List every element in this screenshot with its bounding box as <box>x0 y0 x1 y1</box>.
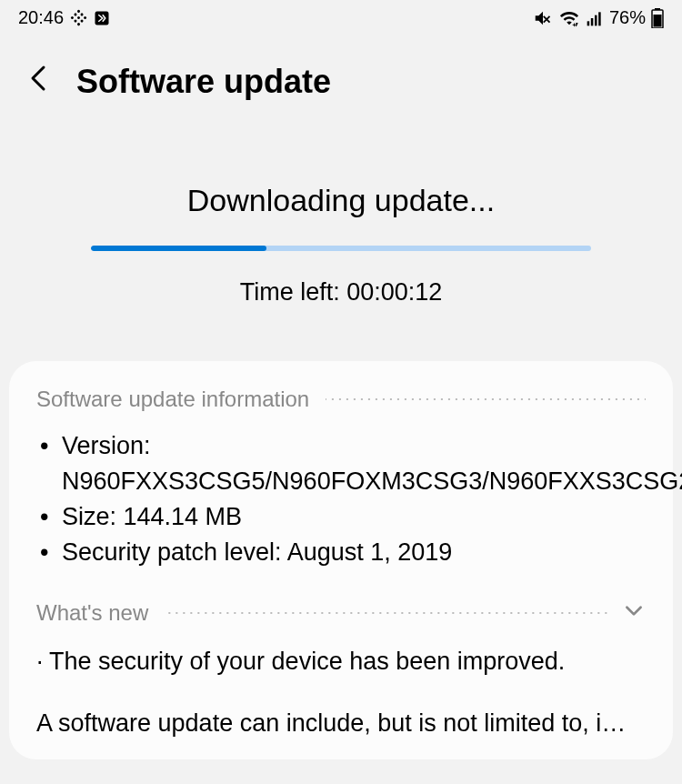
info-section-title: Software update information <box>36 387 309 412</box>
svg-rect-1 <box>587 21 590 25</box>
page-title: Software update <box>76 63 331 101</box>
status-time: 20:46 <box>18 7 64 28</box>
download-time-left: Time left: 00:00:12 <box>45 278 637 307</box>
whats-new-item: The security of your device has been imp… <box>36 644 646 679</box>
list-item: Version: N960FXXS3CSG5/N960FOXM3CSG3/N96… <box>36 428 646 499</box>
svg-rect-7 <box>654 15 662 27</box>
battery-percent: 76% <box>609 7 646 28</box>
update-info-card: Software update information Version: N96… <box>9 361 673 759</box>
list-item: Size: 144.14 MB <box>36 499 646 535</box>
mute-vibrate-icon <box>533 8 553 28</box>
status-bar-left: 20:46 <box>18 7 110 28</box>
call-forward-icon <box>94 10 110 26</box>
whats-new-header[interactable]: What's new <box>36 598 646 628</box>
divider-dots <box>165 612 611 614</box>
signal-icon <box>586 9 604 27</box>
divider-dots <box>326 398 646 400</box>
status-bar: 20:46 76% <box>0 0 682 35</box>
wifi-icon <box>558 8 580 28</box>
list-item: Security patch level: August 1, 2019 <box>36 535 646 570</box>
svg-rect-2 <box>591 18 594 25</box>
update-description: A software update can include, but is no… <box>36 707 646 741</box>
download-status-text: Downloading update... <box>45 183 637 218</box>
status-bar-right: 76% <box>533 7 664 28</box>
battery-icon <box>651 8 664 28</box>
info-section-header: Software update information <box>36 387 646 412</box>
download-section: Downloading update... Time left: 00:00:1… <box>0 119 682 361</box>
app-header: Software update <box>0 35 682 119</box>
update-info-list: Version: N960FXXS3CSG5/N960FOXM3CSG3/N96… <box>36 428 646 571</box>
svg-rect-4 <box>598 12 601 25</box>
back-button[interactable] <box>27 63 49 101</box>
chevron-down-icon <box>622 598 646 628</box>
whats-new-title: What's new <box>36 600 148 626</box>
download-progress-fill <box>91 246 266 251</box>
app-grid-icon <box>73 12 85 24</box>
svg-rect-3 <box>595 15 597 25</box>
download-progress-bar <box>91 246 591 251</box>
